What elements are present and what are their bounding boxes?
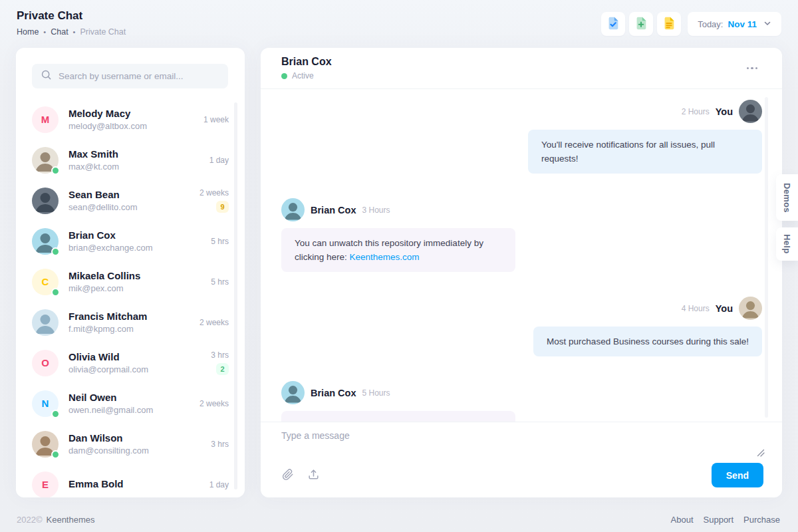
avatar-photo xyxy=(32,431,59,458)
contact-time: 3 hrs xyxy=(211,440,229,449)
contact-name: Olivia Wild xyxy=(68,351,201,362)
contact-time: 1 week xyxy=(203,115,229,124)
contact-email: sean@dellito.com xyxy=(68,202,190,212)
message-author[interactable]: Brian Cox xyxy=(311,388,356,398)
contact-email: brian@exchange.com xyxy=(68,243,201,253)
date-value: Nov 11 xyxy=(728,19,757,29)
composer-actions: Send xyxy=(279,463,763,487)
brand-link[interactable]: Keenthemes xyxy=(47,515,95,525)
paperclip-icon xyxy=(282,468,294,482)
message-author[interactable]: You xyxy=(716,303,733,314)
contact-row-neil-owen[interactable]: NNeil Owenowen.neil@gmail.com2 weeks xyxy=(32,383,229,424)
contact-name: Mikaela Collins xyxy=(68,270,201,281)
footer-links: AboutSupportPurchase xyxy=(671,515,780,525)
contact-email: dam@consilting.com xyxy=(68,446,201,456)
unread-count-badge: 9 xyxy=(216,201,229,213)
breadcrumb-separator: • xyxy=(73,29,76,36)
upload-button[interactable] xyxy=(305,466,323,485)
breadcrumb-item-private-chat: Private Chat xyxy=(80,27,126,37)
chat-peer-name[interactable]: Brian Cox xyxy=(281,56,332,68)
message-link[interactable]: Keenthemes.com xyxy=(350,252,420,262)
footer: 2022© Keenthemes AboutSupportPurchase xyxy=(17,515,780,525)
contact-name: Emma Bold xyxy=(68,478,200,489)
contact-name: Neil Owen xyxy=(68,392,190,403)
contact-name: Sean Bean xyxy=(68,189,190,200)
contact-time: 2 weeks xyxy=(200,399,229,408)
search-input[interactable] xyxy=(59,71,219,81)
message-left: Brian Cox3 HoursYou can unwatch this rep… xyxy=(281,198,762,272)
online-indicator xyxy=(51,288,60,297)
contact-email: melody@altbox.com xyxy=(68,121,194,131)
message-bubble: Most purchased Business courses during t… xyxy=(533,327,762,356)
message-time: 3 Hours xyxy=(362,205,390,215)
side-tab-help[interactable]: Help xyxy=(776,227,798,261)
message-input[interactable] xyxy=(281,430,740,458)
contact-row-sean-bean[interactable]: Sean Beansean@dellito.com2 weeks9 xyxy=(32,180,229,221)
contact-row-dan-wilson[interactable]: Dan Wilsondam@consilting.com3 hrs xyxy=(32,424,229,464)
copyright-year: 2022© xyxy=(17,515,43,525)
contact-row-melody-macy[interactable]: MMelody Macymelody@altbox.com1 week xyxy=(32,99,229,140)
contact-name: Francis Mitcham xyxy=(68,311,190,322)
contacts-scrollbar[interactable] xyxy=(234,102,237,489)
resize-grip-icon[interactable] xyxy=(757,448,765,460)
contact-list: MMelody Macymelody@altbox.com1 weekMax S… xyxy=(16,94,245,497)
chat-menu-button[interactable] xyxy=(743,63,762,74)
unread-count-badge: 2 xyxy=(216,363,229,375)
avatar-photo xyxy=(32,147,59,174)
date-label: Today: xyxy=(698,19,723,29)
copyright: 2022© Keenthemes xyxy=(17,515,95,525)
contact-name: Melody Macy xyxy=(68,108,194,119)
footer-link-support[interactable]: Support xyxy=(704,515,734,525)
contact-row-mikaela-collins[interactable]: CMikaela Collinsmik@pex.com5 hrs xyxy=(32,261,229,302)
message-time: 4 Hours xyxy=(682,304,710,313)
date-picker-button[interactable]: Today: Nov 11 xyxy=(688,12,781,36)
footer-link-about[interactable]: About xyxy=(671,515,694,525)
file-check-button[interactable] xyxy=(601,12,625,36)
contact-name: Dan Wilson xyxy=(68,432,201,444)
contact-time: 3 hrs xyxy=(211,350,229,360)
contact-row-emma-bold[interactable]: EEmma Bold1 day xyxy=(32,464,229,497)
contacts-panel: MMelody Macymelody@altbox.com1 weekMax S… xyxy=(16,48,245,497)
contact-time: 2 weeks xyxy=(200,318,229,327)
online-indicator xyxy=(51,450,60,459)
file-plus-button[interactable] xyxy=(629,12,653,36)
online-indicator xyxy=(51,247,60,256)
messages-scrollbar[interactable] xyxy=(765,97,768,418)
contact-row-francis-mitcham[interactable]: Francis Mitchamf.mit@kpmg.com2 weeks xyxy=(32,302,229,342)
upload-icon xyxy=(307,468,320,483)
online-indicator xyxy=(51,410,60,418)
message-composer: Send xyxy=(261,422,782,497)
file-lines-icon xyxy=(662,16,676,33)
side-tab-demos[interactable]: Demos xyxy=(776,174,798,221)
message-bubble: You can unwatch this repository immediat… xyxy=(281,228,515,272)
chat-panel: Brian Cox Active 2 HoursYouYou'll receiv… xyxy=(261,48,782,497)
message-time: 5 Hours xyxy=(362,388,390,398)
avatar-photo xyxy=(32,188,59,214)
breadcrumb-item-home[interactable]: Home xyxy=(17,27,39,37)
footer-link-purchase[interactable]: Purchase xyxy=(743,515,780,525)
file-lines-button[interactable] xyxy=(657,12,681,36)
avatar-initial: M xyxy=(32,106,59,133)
contact-time: 5 hrs xyxy=(211,237,229,246)
contact-time: 5 hrs xyxy=(211,277,229,287)
contact-name: Brian Cox xyxy=(68,229,201,241)
message-avatar xyxy=(739,297,762,320)
attach-file-button[interactable] xyxy=(279,466,297,485)
ellipsis-icon xyxy=(747,67,749,70)
contact-name: Max Smith xyxy=(68,148,200,160)
contact-row-brian-cox[interactable]: Brian Coxbrian@exchange.com5 hrs xyxy=(32,221,229,261)
message-author[interactable]: You xyxy=(716,106,733,117)
chevron-down-icon xyxy=(761,19,771,29)
chat-peer-status-label: Active xyxy=(292,71,314,80)
contact-email: olivia@corpmail.com xyxy=(68,364,201,374)
contact-time: 2 weeks xyxy=(200,188,229,198)
message-author[interactable]: Brian Cox xyxy=(311,205,356,215)
breadcrumb-item-chat[interactable]: Chat xyxy=(51,27,68,37)
contact-email: f.mit@kpmg.com xyxy=(68,324,190,334)
contact-row-olivia-wild[interactable]: OOlivia Wildolivia@corpmail.com3 hrs2 xyxy=(32,342,229,383)
message-bubble: Company BBQ to celebrate the last quater… xyxy=(281,411,515,422)
chat-header: Brian Cox Active xyxy=(261,48,782,89)
contact-row-max-smith[interactable]: Max Smithmax@kt.com1 day xyxy=(32,140,229,180)
send-button[interactable]: Send xyxy=(712,463,763,487)
private-chat-page: Private Chat Home•Chat•Private Chat Toda… xyxy=(0,0,798,532)
